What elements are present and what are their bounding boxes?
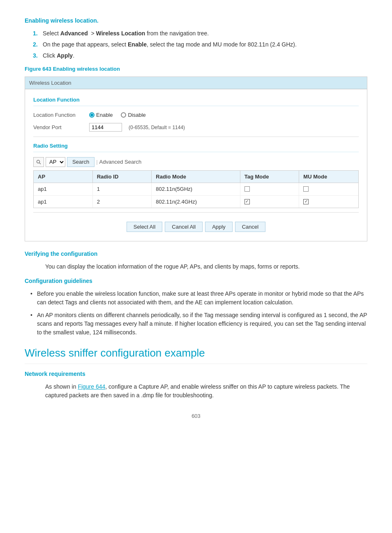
- advanced-search-link[interactable]: Advanced Search: [99, 158, 142, 166]
- button-row: Select All Cancel All Apply Cancel: [33, 217, 359, 234]
- svg-point-0: [37, 160, 40, 163]
- step-2: 2. On the page that appears, select Enab…: [33, 40, 367, 49]
- svg-line-1: [39, 163, 41, 164]
- verifying-body: You can display the location information…: [25, 262, 367, 271]
- td-radio-mode-1: 802.11n(5GHz): [152, 183, 240, 195]
- search-button[interactable]: Search: [67, 157, 95, 167]
- widget-tab[interactable]: Wireless Location: [25, 77, 367, 90]
- ap-select[interactable]: AP: [46, 157, 65, 167]
- search-icon: [33, 157, 44, 167]
- cancel-all-button[interactable]: Cancel All: [165, 222, 203, 232]
- td-ap-1: ap1: [34, 183, 93, 195]
- separator-1: [33, 137, 359, 137]
- td-mu-mode-1[interactable]: [299, 183, 358, 195]
- radio-setting-label: Radio Setting: [33, 142, 359, 152]
- enable-radio-dot[interactable]: [89, 112, 95, 118]
- td-tag-mode-2[interactable]: [240, 196, 300, 208]
- guideline-item-2: An AP monitors clients on different chan…: [37, 311, 367, 337]
- step-3: 3. Click Apply.: [33, 51, 367, 60]
- enable-radio[interactable]: Enable: [89, 111, 113, 119]
- apply-button[interactable]: Apply: [205, 222, 233, 232]
- mu-mode-checkbox-2[interactable]: [303, 199, 309, 204]
- td-tag-mode-1[interactable]: [240, 183, 300, 195]
- network-req-section: Network requirements As shown in Figure …: [25, 370, 367, 400]
- disable-radio-dot[interactable]: [121, 112, 126, 118]
- wireless-sniffer-section: Wireless sniffer configuration example N…: [25, 345, 367, 400]
- figure-644-link[interactable]: Figure 644: [78, 383, 105, 390]
- cancel-button[interactable]: Cancel: [235, 222, 265, 232]
- disable-radio[interactable]: Disable: [121, 111, 145, 119]
- th-mu-mode: MU Mode: [299, 171, 358, 183]
- network-req-body: As shown in Figure 644, configure a Capt…: [25, 382, 367, 400]
- th-radio-id: Radio ID: [93, 171, 152, 183]
- config-guidelines-section: Configuration guidelines Before you enab…: [25, 277, 367, 337]
- wireless-location-widget: Wireless Location Location Function Loca…: [25, 76, 367, 242]
- verifying-section: Verifying the configuration You can disp…: [25, 250, 367, 271]
- step-1: 1. Select Advanced > Wireless Location f…: [33, 29, 367, 38]
- table-row: ap1 1 802.11n(5GHz): [34, 183, 358, 196]
- location-function-row: Location Function Enable Disable: [33, 111, 359, 119]
- figure-caption: Figure 643 Enabling wireless location: [25, 65, 367, 73]
- th-ap: AP: [34, 171, 93, 183]
- table-row: ap1 2 802.11n(2.4GHz): [34, 196, 358, 208]
- config-guidelines-heading: Configuration guidelines: [25, 277, 367, 285]
- config-guidelines-list: Before you enable the wireless location …: [25, 290, 367, 337]
- steps-list: 1. Select Advanced > Wireless Location f…: [25, 29, 367, 60]
- mu-mode-checkbox-1[interactable]: [303, 186, 309, 192]
- page-number: 603: [25, 412, 367, 420]
- vendor-port-input[interactable]: [89, 123, 122, 132]
- tag-mode-checkbox-2[interactable]: [244, 199, 250, 204]
- verifying-heading: Verifying the configuration: [25, 250, 367, 258]
- table-header: AP Radio ID Radio Mode Tag Mode MU Mode: [34, 171, 358, 183]
- guideline-item-1: Before you enable the wireless location …: [37, 290, 367, 307]
- network-req-heading: Network requirements: [25, 370, 367, 378]
- wireless-sniffer-title: Wireless sniffer configuration example: [25, 345, 367, 364]
- th-tag-mode: Tag Mode: [240, 171, 300, 183]
- td-radio-id-1: 1: [93, 183, 152, 195]
- location-function-radio: Enable Disable: [89, 111, 146, 119]
- select-all-button[interactable]: Select All: [127, 222, 162, 232]
- tag-mode-checkbox-1[interactable]: [244, 186, 250, 192]
- td-mu-mode-2[interactable]: [299, 196, 358, 208]
- td-radio-id-2: 2: [93, 196, 152, 208]
- search-row: AP Search | Advanced Search: [33, 157, 359, 167]
- location-function-label: Location Function: [33, 96, 359, 106]
- vendor-port-row: Vendor Port (0-65535, Default = 1144): [33, 123, 359, 132]
- separator-2: [33, 212, 359, 213]
- radio-table: AP Radio ID Radio Mode Tag Mode MU Mode …: [33, 170, 359, 209]
- widget-body: Location Function Location Function Enab…: [25, 89, 367, 241]
- td-ap-2: ap1: [34, 196, 93, 208]
- enabling-wireless-heading: Enabling wireless location.: [25, 16, 367, 25]
- td-radio-mode-2: 802.11n(2.4GHz): [152, 196, 240, 208]
- th-radio-mode: Radio Mode: [152, 171, 240, 183]
